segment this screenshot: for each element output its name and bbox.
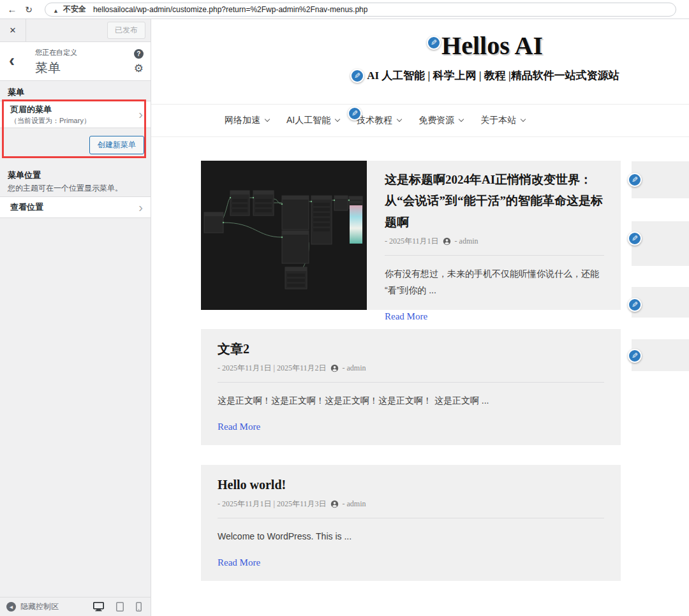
post-meta: - 2025年11月1日 - admin [385,236,604,247]
panel-header-text: 您正在自定义 菜单 [35,48,77,77]
chevron-down-icon [521,116,526,121]
preview-desktop-button[interactable] [93,602,104,612]
nav-item-about[interactable]: 关于本站 [480,115,525,126]
edit-widget-button[interactable] [628,349,642,363]
edit-site-title-button[interactable] [427,36,441,50]
help-icon[interactable] [134,49,144,59]
insecure-warning-icon [53,4,59,15]
header-menu-item[interactable]: 页眉的菜单 （当前设置为：Primary） [0,101,151,128]
browser-back-button[interactable] [5,4,19,15]
gear-icon[interactable] [134,63,144,74]
site-nav: 网络加速 AI人工智能 技术教程 免费资源 关于本站 [151,104,689,137]
nav-item-free-resources[interactable]: 免费资源 [419,115,463,126]
preview-mobile-button[interactable] [136,602,142,612]
site-tagline: AI 人工智能 | 科学上网 | 教程 |精品软件一站式资源站 [367,68,619,83]
collapse-icon[interactable] [6,602,16,612]
menu-locations-description: 您的主题可在一个位置显示菜单。 [8,183,122,194]
collapse-label: 隐藏控制区 [20,601,59,612]
nav-item-network-acceleration[interactable]: 网络加速 [225,115,269,126]
address-bar[interactable]: 不安全 hellosailocal/wp-admin/customize.php… [45,3,676,17]
view-locations-label: 查看位置 [10,202,43,213]
sidebar-widget-placeholder [632,221,689,266]
post-featured-image[interactable] [201,161,367,310]
tablet-icon [116,602,124,612]
chevron-down-icon [265,116,270,121]
nav-item-label: 免费资源 [419,115,454,126]
post-excerpt: Welcome to WordPress. This is ... [218,528,604,545]
nav-item-tutorials[interactable]: 技术教程 [357,115,401,126]
post-card: 这是标题啊2024年AI正悄悄改变世界：从“会说话”到“能干活”的智能革命这是标… [201,161,621,310]
edit-menu-button[interactable] [348,106,362,121]
header-menu-title: 页眉的菜单 [10,104,91,115]
meta-divider [218,518,604,518]
create-menu-button[interactable]: 创建新菜单 [89,136,144,154]
author-icon [443,237,451,246]
panel-title: 菜单 [35,59,77,77]
meta-divider [385,255,604,256]
post-meta: - 2025年11月1日 | 2025年11月2日 - admin [218,363,604,374]
post-excerpt: 你有没有想过，未来的手机不仅能听懂你说什么，还能“看”到你的 ... [385,265,604,299]
screen: 不安全 hellosailocal/wp-admin/customize.php… [0,0,689,616]
post-title-link[interactable]: 文章2 [218,341,604,357]
customizer-sidebar: 已发布 您正在自定义 菜单 菜单 页眉的菜单 （当前设置为：Primary） 创… [0,19,151,616]
desktop-icon [93,602,104,612]
close-customizer-button[interactable] [0,19,26,41]
post-excerpt: 这是正文啊！这是正文啊！这是正文啊！这是正文啊！ 这是正文啊 ... [218,392,604,409]
site-title-row: Hellos AI [201,32,689,60]
author-icon [330,500,339,508]
read-more-link[interactable]: Read More [385,311,427,322]
read-more-link[interactable]: Read More [218,422,260,432]
edit-widget-button[interactable] [628,298,642,312]
read-more-link[interactable]: Read More [218,557,260,568]
post-card: 文章2 - 2025年11月1日 | 2025年11月2日 - admin 这是… [201,329,621,445]
customizer-panel-header: 您正在自定义 菜单 [0,42,151,81]
post-title-link[interactable]: 这是标题啊2024年AI正悄悄改变世界：从“会说话”到“能干活”的智能革命这是标… [385,169,604,233]
site-header: Hellos AI AI 人工智能 | 科学上网 | 教程 |精品软件一站式资源… [201,19,689,83]
publish-button[interactable]: 已发布 [107,22,145,39]
panel-header-icons [134,49,144,74]
back-icon[interactable] [9,52,15,70]
nav-items: 网络加速 AI人工智能 技术教程 免费资源 关于本站 [225,105,525,136]
preview-tablet-button[interactable] [116,602,124,612]
customizer-topbar: 已发布 [0,19,151,42]
chevron-right-icon [138,200,143,215]
tagline-row: AI 人工智能 | 科学上网 | 教程 |精品软件一站式资源站 [201,68,689,83]
post-body: 这是标题啊2024年AI正悄悄改变世界：从“会说话”到“能干活”的智能革命这是标… [367,161,621,310]
nav-item-ai[interactable]: AI人工智能 [286,115,339,126]
post-list: 这是标题啊2024年AI正悄悄改变世界：从“会说话”到“能干活”的智能革命这是标… [201,161,621,601]
nav-item-label: 技术教程 [357,115,392,126]
chevron-right-icon [138,107,143,122]
post-meta: - 2025年11月1日 | 2025年11月3日 - admin [218,499,604,510]
post-title-link[interactable]: Hello world! [218,476,604,493]
post-card: Hello world! - 2025年11月1日 | 2025年11月3日 -… [201,465,621,581]
customizing-label: 您正在自定义 [35,48,77,57]
post-author: - admin [455,237,478,246]
comfyui-workflow-image [201,161,367,310]
chevron-down-icon [459,116,464,121]
post-date: - 2025年11月1日 [385,236,439,247]
site-preview: Hellos AI AI 人工智能 | 科学上网 | 教程 |精品软件一站式资源… [151,19,689,616]
device-preview-buttons [93,602,142,612]
edit-tagline-button[interactable] [350,69,364,83]
create-menu-zone: 创建新菜单 [0,128,151,158]
close-icon [10,26,17,35]
edit-widget-button[interactable] [628,231,642,246]
browser-toolbar: 不安全 hellosailocal/wp-admin/customize.php… [0,0,689,19]
menus-section-label: 菜单 [8,87,24,98]
url-text: hellosailocal/wp-admin/customize.php?ret… [93,5,368,14]
browser-refresh-button[interactable] [22,4,36,15]
author-icon [330,364,339,372]
post-date: - 2025年11月1日 | 2025年11月2日 [218,363,327,374]
post-date: - 2025年11月1日 | 2025年11月3日 [218,499,327,510]
chevron-down-icon [397,116,402,121]
post-author: - admin [343,499,366,509]
mobile-icon [136,602,142,612]
chevron-down-icon [335,116,340,121]
edit-widget-button[interactable] [628,173,642,187]
meta-divider [218,382,604,383]
menu-locations-title: 菜单位置 [8,170,41,181]
view-locations-row[interactable]: 查看位置 [0,196,151,218]
site-title: Hellos AI [441,32,543,60]
security-label: 不安全 [63,4,86,15]
nav-item-label: AI人工智能 [286,115,330,126]
